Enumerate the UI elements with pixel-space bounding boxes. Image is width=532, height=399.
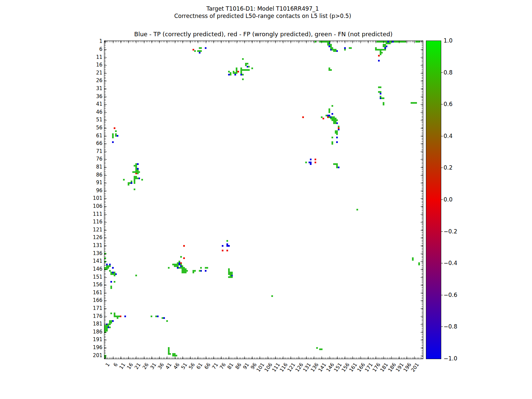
contact-dot	[336, 133, 338, 135]
axis-major-tick	[104, 214, 107, 215]
axis-major-tick	[213, 41, 214, 43]
axis-major-tick	[104, 97, 107, 97]
axis-major-tick	[421, 348, 423, 348]
contact-dot	[336, 141, 338, 143]
contact-dot	[236, 72, 237, 74]
contact-dot	[335, 50, 336, 52]
axis-major-tick	[352, 41, 353, 43]
axis-major-tick	[190, 41, 191, 43]
contact-dot	[194, 50, 196, 52]
axis-major-tick	[360, 41, 361, 43]
contact-dot	[231, 273, 233, 275]
contact-dot	[315, 162, 316, 163]
axis-major-tick	[314, 41, 314, 43]
y-tick-label: 171	[87, 305, 102, 311]
contact-dot	[336, 122, 338, 124]
axis-major-tick	[421, 167, 423, 168]
contact-dot	[115, 130, 117, 132]
axis-major-tick	[167, 41, 167, 43]
axis-major-tick	[421, 230, 423, 230]
contact-dot	[380, 54, 381, 55]
colorbar-tick	[441, 295, 443, 295]
contact-dot	[112, 320, 114, 322]
axis-major-tick	[104, 144, 107, 144]
colorbar-tick	[441, 231, 443, 232]
y-tick-label: 151	[87, 274, 102, 280]
axis-major-tick	[421, 293, 423, 293]
axis-major-tick	[421, 191, 423, 191]
contact-dot	[110, 287, 112, 289]
axis-major-tick	[421, 58, 423, 58]
axis-major-tick	[104, 175, 107, 176]
contact-dot	[222, 245, 223, 247]
contact-dot	[350, 47, 352, 49]
y-tick-label: 106	[87, 203, 102, 209]
axis-major-tick	[104, 65, 107, 66]
axis-major-tick	[229, 41, 229, 43]
contact-dot	[316, 347, 318, 349]
axis-major-tick	[421, 206, 423, 207]
axis-major-tick	[104, 136, 107, 136]
axis-major-tick	[104, 348, 107, 348]
axis-major-tick	[175, 356, 175, 359]
axis-major-tick	[183, 41, 183, 43]
contact-dot	[226, 240, 228, 242]
axis-major-tick	[376, 356, 376, 359]
axis-major-tick	[104, 128, 107, 128]
axis-major-tick	[206, 356, 206, 359]
contact-dot	[109, 324, 111, 325]
axis-major-tick	[229, 356, 229, 359]
contact-dot	[310, 163, 312, 165]
contact-dot	[404, 41, 406, 43]
axis-major-tick	[104, 191, 107, 191]
y-tick-label: 116	[87, 219, 102, 225]
axis-major-tick	[213, 356, 214, 359]
axis-major-tick	[128, 41, 129, 43]
y-tick-label: 6	[87, 46, 102, 52]
contact-dot	[330, 69, 332, 71]
contact-dot	[157, 316, 159, 317]
axis-major-tick	[399, 41, 399, 43]
axis-major-tick	[421, 152, 423, 152]
contact-dot	[338, 167, 339, 168]
contact-dot	[206, 267, 208, 269]
contact-dot	[231, 276, 233, 278]
axis-major-tick	[104, 356, 107, 356]
axis-major-tick	[407, 41, 407, 43]
contact-dot	[138, 171, 140, 173]
y-tick-label: 126	[87, 234, 102, 240]
y-tick-label: 61	[87, 133, 102, 139]
y-tick-label: 121	[87, 227, 102, 233]
axes-title-legend: Blue - TP (correctly predicted), red - F…	[104, 31, 423, 38]
contact-dot	[344, 49, 346, 51]
colorbar-tick	[441, 168, 443, 168]
contact-dot	[110, 313, 112, 314]
colorbar-tick	[441, 104, 443, 104]
axis-major-tick	[104, 120, 107, 120]
y-tick-label: 76	[87, 156, 102, 162]
contact-dot	[134, 182, 135, 184]
axis-major-tick	[104, 230, 107, 230]
contact-dot	[383, 104, 384, 105]
contact-dot	[237, 71, 239, 72]
contact-dot	[205, 47, 206, 49]
axis-major-tick	[104, 73, 107, 73]
axis-major-tick	[421, 277, 423, 278]
colorbar-tick-label: 1.0	[444, 37, 464, 44]
contact-dot	[248, 66, 250, 67]
contact-dot	[381, 52, 383, 54]
contact-dot	[199, 270, 200, 272]
colorbar	[426, 41, 441, 359]
axis-major-tick	[260, 41, 260, 43]
axis-major-tick	[252, 41, 252, 43]
contact-dot	[134, 189, 135, 190]
contact-dot	[356, 209, 358, 210]
axis-major-tick	[167, 356, 167, 359]
colorbar-tick	[441, 263, 443, 263]
contact-dot	[114, 127, 115, 129]
figure-title-line2: Correctness of predicted L50-range conta…	[0, 13, 525, 19]
axis-major-tick	[322, 41, 322, 43]
axis-major-tick	[414, 41, 415, 43]
axis-major-tick	[345, 356, 345, 359]
y-tick-label: 96	[87, 188, 102, 194]
